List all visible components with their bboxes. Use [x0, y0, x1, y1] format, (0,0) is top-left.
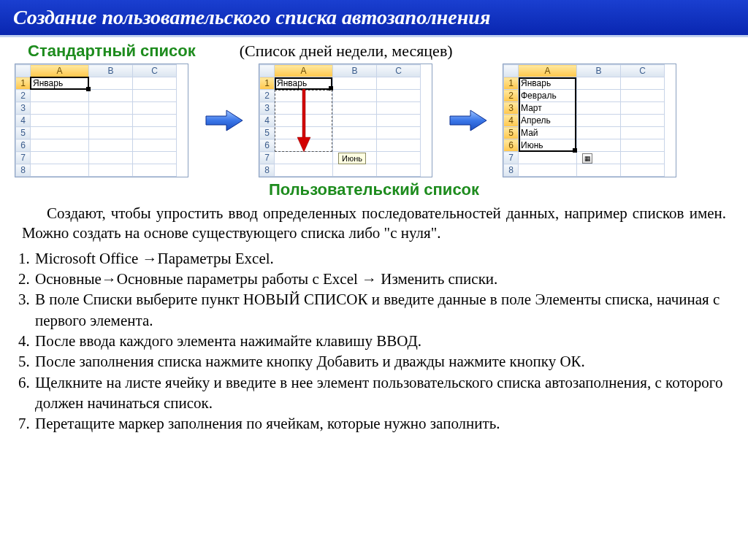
heading-standard-list: Стандартный список	[28, 42, 196, 61]
row-header: 4	[16, 115, 31, 127]
red-arrow-down-icon	[296, 89, 312, 152]
step-item: Щелкните на листе ячейку и введите в нее…	[34, 372, 726, 414]
col-header: B	[333, 65, 377, 77]
col-header: C	[133, 65, 177, 77]
row-header: 6	[504, 139, 519, 152]
step-item: Перетащите маркер заполнения по ячейкам,…	[34, 413, 726, 434]
cell-value: Январь	[33, 78, 63, 88]
cell: Июнь	[519, 139, 577, 152]
row-header: 8	[16, 164, 31, 177]
row-header: 5	[504, 127, 519, 139]
cell-A1: Январь	[31, 77, 89, 90]
autofill-options-icon: ▦	[582, 153, 592, 164]
row-header: 2	[504, 90, 519, 102]
row-header: 6	[16, 139, 31, 152]
heading-parenthetical: (Список дней недели, месяцев)	[240, 42, 453, 61]
excel-screenshot-3: A B C 1Январь 2Февраль 3Март 4Апрель 5Ма…	[503, 64, 676, 177]
row-header: 7	[16, 152, 31, 164]
col-header: A	[275, 65, 333, 77]
select-all-corner	[504, 65, 519, 77]
excel-screenshot-2: A B C 1Январь 2 3 4 5 6 7 8 Июнь	[259, 64, 432, 177]
paragraph-intro: Создают, чтобы упростить ввод определенн…	[0, 201, 748, 248]
row-header: 8	[504, 164, 519, 177]
row-header: 4	[504, 115, 519, 127]
slide-title: Создание пользовательского списка автоза…	[0, 0, 748, 37]
row-header: 8	[260, 164, 275, 177]
row-header: 4	[260, 115, 275, 127]
row-header: 2	[16, 90, 31, 102]
row-header: 3	[504, 102, 519, 115]
row-header: 5	[260, 127, 275, 139]
step-item: После заполнения списка нажмите кнопку Д…	[34, 351, 726, 372]
arrow-right-icon	[446, 106, 489, 135]
row-header: 1	[16, 77, 31, 90]
row-header: 3	[16, 102, 31, 115]
col-header: C	[377, 65, 421, 77]
cell: Май	[519, 127, 577, 139]
col-header: B	[89, 65, 133, 77]
col-header: B	[577, 65, 621, 77]
cell-A1: Январь	[275, 77, 333, 90]
row-header: 7	[504, 152, 519, 164]
select-all-corner	[260, 65, 275, 77]
row-header: 2	[260, 90, 275, 102]
row-header: 3	[260, 102, 275, 115]
col-header: A	[31, 65, 89, 77]
col-header: C	[621, 65, 665, 77]
autofill-tooltip: Июнь	[338, 153, 366, 164]
row-header: 5	[16, 127, 31, 139]
step-item: В поле Списки выберите пункт НОВЫЙ СПИСО…	[34, 289, 726, 331]
row-header: 1	[504, 77, 519, 90]
step-item: После ввода каждого элемента нажимайте к…	[34, 331, 726, 351]
row-header: 1	[260, 77, 275, 90]
cell: Февраль	[519, 90, 577, 102]
row-header: 6	[260, 139, 275, 152]
select-all-corner	[16, 65, 31, 77]
heading-custom-list: Пользовательский список	[269, 180, 479, 199]
cell: Март	[519, 102, 577, 115]
step-item: Основные→Основные параметры работы с Exc…	[34, 269, 726, 289]
row-header: 7	[260, 152, 275, 164]
cell: Апрель	[519, 115, 577, 127]
steps-list: Microsoft Office →Параметры Excel. Основ…	[0, 248, 748, 434]
fill-handle	[86, 87, 91, 91]
arrow-right-icon	[202, 106, 245, 135]
col-header: A	[519, 65, 577, 77]
cell: Январь	[519, 77, 577, 90]
step-item: Microsoft Office →Параметры Excel.	[34, 248, 726, 269]
excel-screenshot-1: A B C 1Январь 2 3 4 5 6 7 8	[15, 64, 188, 177]
